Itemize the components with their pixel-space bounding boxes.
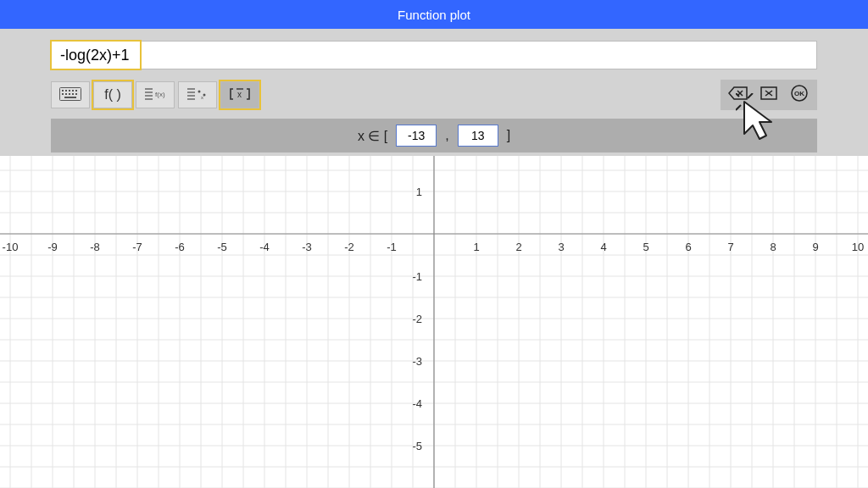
svg-text:f(x): f(x)	[155, 91, 165, 98]
domain-max-input[interactable]	[458, 125, 498, 147]
title-bar: Function plot	[0, 0, 868, 29]
svg-rect-1	[62, 90, 64, 92]
svg-text:-6: -6	[175, 241, 185, 253]
svg-text:-1: -1	[412, 270, 422, 283]
domain-row: x ∈ [ , ]	[51, 119, 817, 152]
toolbar-left: f( ) f(x) x x	[51, 81, 259, 108]
svg-text:-3: -3	[412, 355, 422, 368]
list-fx-button[interactable]: f(x)	[136, 81, 175, 108]
svg-text:7: 7	[727, 241, 733, 253]
svg-text:10: 10	[852, 241, 864, 253]
control-panel: f( ) f(x) x x	[0, 29, 868, 156]
list-xy-button[interactable]: x	[178, 81, 217, 108]
svg-rect-3	[69, 90, 70, 92]
svg-text:1: 1	[416, 186, 422, 198]
svg-text:x: x	[237, 90, 242, 99]
svg-text:-4: -4	[412, 397, 422, 410]
svg-text:-9: -9	[47, 241, 58, 253]
ok-icon: OK	[790, 84, 809, 106]
svg-text:8: 8	[770, 241, 776, 253]
svg-text:x: x	[201, 95, 203, 100]
keyboard-icon	[59, 87, 81, 103]
svg-text:1: 1	[473, 241, 479, 253]
svg-rect-4	[72, 90, 74, 92]
fx-button[interactable]: f( )	[93, 81, 132, 108]
bracket-button[interactable]: x	[220, 81, 259, 108]
svg-text:-10: -10	[3, 241, 19, 253]
domain-sep: ,	[445, 128, 448, 143]
svg-text:-3: -3	[302, 241, 312, 253]
svg-text:6: 6	[685, 241, 691, 253]
domain-min-input[interactable]	[396, 125, 437, 147]
toolbar-right: OK	[721, 80, 817, 110]
svg-text:-1: -1	[387, 241, 397, 253]
clear-icon	[760, 86, 778, 104]
svg-text:-7: -7	[132, 241, 142, 253]
keyboard-button[interactable]	[51, 81, 90, 108]
svg-text:2: 2	[515, 241, 521, 253]
svg-text:-2: -2	[344, 241, 354, 253]
backspace-icon	[728, 86, 748, 104]
svg-text:3: 3	[558, 241, 564, 253]
domain-suffix: ]	[507, 128, 510, 143]
svg-rect-8	[69, 93, 70, 95]
svg-rect-11	[64, 97, 76, 98]
svg-rect-10	[75, 93, 77, 95]
svg-text:-2: -2	[412, 313, 422, 325]
bracket-icon: x	[228, 86, 252, 104]
plot-svg: -10-9-8-7-6-5-4-3-2-1123456789101-1-2-3-…	[0, 156, 868, 488]
domain-prefix: x ∈ [	[358, 128, 387, 144]
svg-rect-2	[65, 90, 67, 92]
svg-rect-5	[75, 90, 77, 92]
svg-rect-6	[62, 93, 64, 95]
fx-label: f( )	[104, 87, 121, 103]
svg-text:-8: -8	[90, 241, 100, 253]
svg-text:-5: -5	[217, 241, 227, 253]
svg-text:-5: -5	[412, 440, 422, 452]
clear-button[interactable]	[756, 84, 782, 106]
svg-rect-7	[65, 93, 67, 95]
backspace-button[interactable]	[726, 84, 751, 106]
svg-point-21	[198, 90, 201, 92]
expression-input[interactable]	[51, 41, 817, 69]
svg-text:4: 4	[600, 241, 606, 253]
app-title: Function plot	[398, 8, 470, 22]
list-fx-icon: f(x)	[142, 86, 168, 104]
ok-button[interactable]: OK	[787, 84, 812, 106]
svg-text:5: 5	[643, 241, 648, 253]
plot-area[interactable]: -10-9-8-7-6-5-4-3-2-1123456789101-1-2-3-…	[0, 156, 868, 488]
svg-text:9: 9	[812, 241, 818, 253]
list-xy-icon: x	[185, 86, 210, 104]
svg-text:OK: OK	[794, 90, 804, 97]
svg-text:-4: -4	[259, 241, 270, 253]
svg-rect-9	[72, 93, 74, 95]
